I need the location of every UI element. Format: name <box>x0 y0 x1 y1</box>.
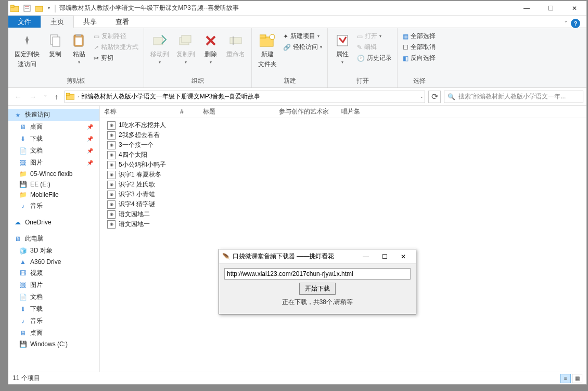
minimize-button[interactable]: — <box>515 1 539 16</box>
audio-file-icon: ◉ <box>107 200 116 209</box>
file-row[interactable]: ◉识字2 姓氏歌 <box>100 180 586 190</box>
tab-view[interactable]: 查看 <box>106 16 138 28</box>
sidebar-item[interactable]: 📄文档 <box>8 291 99 303</box>
copy-to-button[interactable]: 复制到▾ <box>173 30 198 67</box>
addr-dropdown-icon[interactable]: ⌄ <box>420 94 424 99</box>
copy-path-button[interactable]: ▭复制路径 <box>92 31 140 41</box>
dlg-minimize-button[interactable]: — <box>356 253 375 260</box>
svg-rect-14 <box>230 37 241 44</box>
rename-button[interactable]: 重命名 <box>223 30 248 61</box>
sidebar-item[interactable]: ♪音乐 <box>8 200 99 212</box>
file-row[interactable]: ◉识字4 猜字谜 <box>100 199 586 209</box>
dlg-close-button[interactable]: ✕ <box>394 253 413 260</box>
tab-file[interactable]: 文件 <box>8 16 41 28</box>
sidebar-item[interactable]: ♪音乐 <box>8 315 99 327</box>
col-title[interactable]: 标题 <box>199 107 275 116</box>
view-details-button[interactable]: ≡ <box>560 374 571 383</box>
qat-customize-icon[interactable]: ▾ <box>48 6 50 10</box>
sidebar-item[interactable]: ⬇下载 <box>8 303 99 315</box>
sidebar-item[interactable]: 💾Windows (C:) <box>8 339 99 349</box>
delete-button[interactable]: 删除▾ <box>199 30 222 67</box>
cut-button[interactable]: ✂剪切 <box>92 53 140 63</box>
history-dropdown[interactable]: ⌄ <box>44 93 47 101</box>
qat-props-icon[interactable] <box>23 4 31 12</box>
file-row[interactable]: ◉语文园地一 <box>100 219 586 229</box>
cloud-icon: ☁ <box>14 219 22 226</box>
invert-selection-button[interactable]: ◧反向选择 <box>401 53 438 63</box>
column-headers[interactable]: 名称 # 标题 参与创作的艺术家 唱片集 <box>100 106 586 118</box>
sidebar-thispc[interactable]: 🖥此电脑 <box>8 233 99 245</box>
sidebar-item[interactable]: 💾EE (E:) <box>8 179 99 190</box>
new-item-button[interactable]: ✦新建项目▾ <box>281 31 324 41</box>
col-num[interactable]: # <box>176 108 199 116</box>
group-select-label: 选择 <box>401 75 438 86</box>
sidebar-item[interactable]: 🎞视频 <box>8 267 99 279</box>
tab-share[interactable]: 共享 <box>74 16 106 28</box>
pin-icon: 📌 <box>87 124 96 130</box>
breadcrumb[interactable]: 部编教材新人教版小学语文一年级下册课文MP3音频--喜爱听故事 <box>81 92 261 101</box>
copy-button[interactable]: 复制 <box>44 30 67 61</box>
address-bar[interactable]: › 部编教材新人教版小学语文一年级下册课文MP3音频--喜爱听故事 ⌄ <box>65 91 425 103</box>
sidebar-item[interactable]: 🖼图片 <box>8 279 99 291</box>
move-to-button[interactable]: 移动到▾ <box>147 30 172 67</box>
close-button[interactable]: ✕ <box>563 1 586 16</box>
item-icon: 🖼 <box>19 282 27 289</box>
item-icon: ♪ <box>19 318 27 325</box>
file-row[interactable]: ◉识字3 小青蛙 <box>100 190 586 199</box>
sidebar-item[interactable]: ▲A360 Drive <box>8 257 99 267</box>
paste-button[interactable]: 粘贴▾ <box>68 30 91 67</box>
sidebar-quickaccess[interactable]: ★快速访问 <box>8 109 99 121</box>
search-box[interactable]: 🔍 搜索"部编教材新人教版小学语文一年... <box>444 91 583 103</box>
select-none-button[interactable]: ☐全部取消 <box>401 42 438 52</box>
url-input[interactable] <box>224 268 411 280</box>
file-list[interactable]: ◉1吃水不忘挖井人◉2我多想去看看◉3一个接一个◉4四个太阳◉5小公鸡和小鸭子◉… <box>100 118 586 372</box>
group-organize-label: 组织 <box>147 75 248 86</box>
paste-icon <box>71 32 87 49</box>
file-row[interactable]: ◉3一个接一个 <box>100 140 586 150</box>
qat-newfolder-icon[interactable] <box>35 4 44 12</box>
sidebar-item[interactable]: 🖥桌面📌 <box>8 121 99 133</box>
back-button[interactable]: ← <box>15 93 22 101</box>
item-icon: ▲ <box>19 258 27 266</box>
open-button[interactable]: ▭打开▾ <box>355 31 394 41</box>
new-folder-button[interactable]: 新建文件夹 <box>255 30 280 71</box>
file-row[interactable]: ◉4四个太阳 <box>100 150 586 160</box>
folder-icon <box>10 4 19 12</box>
sidebar-item[interactable]: 📁05-Wincc flexib <box>8 169 99 179</box>
file-row[interactable]: ◉2我多想去看看 <box>100 130 586 140</box>
sidebar-item[interactable]: 🧊3D 对象 <box>8 245 99 257</box>
sidebar-item[interactable]: 🖥桌面 <box>8 327 99 339</box>
sidebar-item[interactable]: ⬇下载📌 <box>8 133 99 145</box>
paste-shortcut-button[interactable]: ↗粘贴快捷方式 <box>92 42 140 52</box>
ribbon-collapse-icon[interactable]: ⌄ <box>564 19 568 23</box>
file-row[interactable]: ◉1吃水不忘挖井人 <box>100 120 586 130</box>
properties-button[interactable]: 属性▾ <box>331 30 354 67</box>
file-row[interactable]: ◉语文园地二 <box>100 209 586 219</box>
history-button[interactable]: 🕑历史记录 <box>355 53 394 63</box>
sidebar-onedrive[interactable]: ☁OneDrive <box>8 217 99 228</box>
sidebar-item[interactable]: 📄文档📌 <box>8 145 99 157</box>
col-artist[interactable]: 参与创作的艺术家 <box>275 107 337 116</box>
pin-quickaccess-button[interactable]: 固定到快速访问 <box>11 30 43 71</box>
col-name[interactable]: 名称 <box>100 107 176 116</box>
file-row[interactable]: ◉识字1 春夏秋冬 <box>100 170 586 180</box>
refresh-button[interactable]: ⟳ <box>428 91 441 103</box>
edit-button[interactable]: ✎编辑 <box>355 42 394 52</box>
dlg-maximize-button[interactable]: ☐ <box>375 253 394 260</box>
maximize-button[interactable]: ☐ <box>539 1 563 16</box>
help-icon[interactable]: ? <box>571 19 580 28</box>
col-album[interactable]: 唱片集 <box>337 107 389 116</box>
sidebar-item[interactable]: 🖼图片📌 <box>8 157 99 169</box>
nav-sidebar[interactable]: ★快速访问 🖥桌面📌⬇下载📌📄文档📌🖼图片📌📁05-Wincc flexib💾E… <box>8 106 100 372</box>
select-all-button[interactable]: ▦全部选择 <box>401 31 438 41</box>
start-download-button[interactable]: 开始下载 <box>299 283 336 295</box>
tab-home[interactable]: 主页 <box>41 16 74 28</box>
up-button[interactable]: ↑ <box>55 93 58 101</box>
item-icon: 📁 <box>19 191 27 198</box>
easy-access-button[interactable]: 🔗轻松访问▾ <box>281 42 324 52</box>
view-icons-button[interactable]: ▦ <box>572 374 582 383</box>
forward-button[interactable]: → <box>29 93 36 101</box>
svg-rect-17 <box>260 35 266 38</box>
file-row[interactable]: ◉5小公鸡和小鸭子 <box>100 160 586 170</box>
sidebar-item[interactable]: 📁MobileFile <box>8 190 99 200</box>
